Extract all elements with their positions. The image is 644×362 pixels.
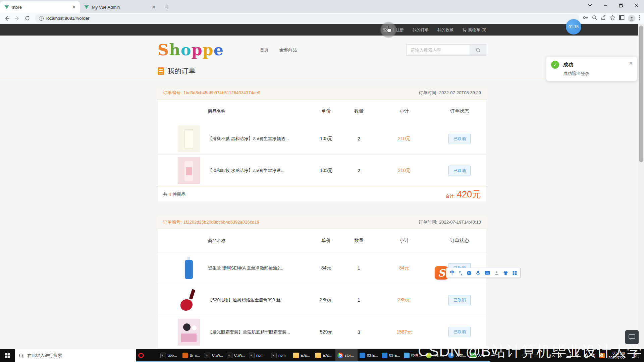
browser-menu-icon[interactable] [639,15,640,22]
back-icon[interactable] [3,14,11,23]
product-name[interactable]: 【温和卸妆 水感洁净】Za/资生堂净透... [208,168,310,174]
reload-icon[interactable] [23,14,32,23]
start-button[interactable] [0,349,15,362]
page-title: 我的订单 [167,66,196,76]
order-header: 订单编号:1f2202d25b20d8bc6b4d6392a026cd19 订单… [158,216,486,229]
status-badge[interactable]: 已取消 [448,166,471,176]
taskbar-app[interactable]: 哔哩... [402,349,424,362]
menu-all-products-link[interactable]: 全部商品 [279,47,297,53]
ime-toolbar[interactable]: S 中 °, [435,266,521,280]
taskbar-apps: >_goo... tb_o... >_C:\W... >_C:\W... >_n… [136,349,490,362]
scrollbar-thumb[interactable] [639,25,643,162]
close-window-button[interactable] [629,0,644,11]
taskbar-app[interactable]: 03-E... [468,349,490,362]
password-key-icon[interactable] [583,15,588,22]
ime-chinese-mode-icon[interactable]: 中 [450,270,454,276]
taskbar-app[interactable]: 03-E... [380,349,402,362]
site-info-icon[interactable]: i [39,16,44,21]
sogou-tray-icon[interactable]: S [599,353,605,358]
col-product-name: 商品名称 [208,238,310,244]
recording-timer-badge[interactable]: 01:15 [566,19,581,35]
taskbar-app-opera[interactable] [136,349,158,362]
shoppe-logo[interactable]: Shoppe [158,41,224,59]
product-image[interactable] [178,125,200,152]
profile-avatar[interactable] [628,15,635,22]
toast-close-icon[interactable]: ✕ [629,61,633,66]
search-input[interactable] [406,44,470,56]
taskbar-app[interactable]: >_npm [247,349,269,362]
taskbar-app[interactable]: E:\p... [291,349,313,362]
terminal-icon: >_ [205,353,210,358]
product-name[interactable]: 【清爽不腻 温和洁净】Za/资生堂净颜透... [208,136,310,142]
topnav-favorites-link[interactable]: 我的收藏 [437,27,453,33]
new-tab-button[interactable] [162,2,172,12]
ime-account-icon[interactable] [494,271,499,275]
page-scrollbar[interactable] [638,24,644,349]
taskbar-app[interactable]: >_C:\W... [203,349,225,362]
ime-toolbox-icon[interactable] [513,271,517,275]
clock-date: 2022/7/22 [608,356,625,360]
tab-store[interactable]: store ✕ [0,1,80,13]
topnav-my-orders-link[interactable]: 我的订单 [413,27,429,33]
address-bar[interactable]: i localhost:8081/#/order [35,14,579,23]
tab-close-icon[interactable]: ✕ [151,4,156,10]
product-image[interactable] [178,287,200,313]
status-badge[interactable]: 已取消 [448,327,471,337]
side-panel-icon[interactable] [619,15,625,22]
ime-skin-icon[interactable] [503,271,508,275]
tab-my-vue-admin[interactable]: My Vue Admin ✕ [80,1,160,13]
action-center-button[interactable]: 2 [630,353,641,358]
taskbar-app[interactable]: 空山... [424,349,446,362]
bookmark-star-icon[interactable] [610,15,615,22]
taskbar-app[interactable]: 03-E... [358,349,380,362]
bilibili-icon [404,353,410,358]
quantity: 2 [342,136,376,141]
touch-keyboard-icon[interactable] [566,354,571,358]
product-name[interactable]: 【520礼物】迪奥烈焰蓝金唇膏999-丝... [208,297,310,303]
unit-price: 105元 [310,168,342,174]
taskbar-app[interactable]: >_goo... [158,349,180,362]
product-name[interactable]: 资生堂 珊珂SENKA 蚕丝净澈卸妆油2... [208,265,310,271]
floating-chat-widget[interactable] [625,330,639,344]
register-link[interactable]: 注册 [396,27,404,33]
ime-punctuation-icon[interactable]: °, [459,270,462,276]
taskbar-clock[interactable]: 0:57:40 2022/7/22 [608,351,626,360]
taskbar-app[interactable]: tb_o... [180,349,203,362]
taskbar-app[interactable]: 大数... [446,349,468,362]
tray-expand-icon[interactable] [552,355,555,357]
menu-home-link[interactable]: 首页 [260,47,269,53]
taskbar-app[interactable]: >_npm [269,349,291,362]
forward-icon[interactable] [13,14,21,23]
tab-close-icon[interactable]: ✕ [71,4,76,10]
cart-link[interactable]: 购物车 (0) [462,27,486,33]
minimize-button[interactable] [598,0,613,11]
product-image[interactable] [178,319,200,346]
status-badge[interactable]: 已取消 [448,295,471,305]
zoom-icon[interactable] [592,15,597,22]
taskbar-app-chrome-store[interactable]: stor... [335,349,358,362]
search-button[interactable] [470,44,486,56]
product-name[interactable]: 【发光眼霜套装】兰蔻肌底精华眼霜套装... [208,329,310,335]
taskbar-search[interactable]: 在此键入进行搜索 [15,349,136,362]
url-text[interactable]: localhost:8081/#/order [46,16,90,21]
ime-voice-icon[interactable] [476,270,480,276]
ime-lang-indicator[interactable]: 中 [592,353,596,359]
toast-title: 成功 [563,61,589,69]
tab-search-chevron-icon[interactable] [582,0,598,11]
toolbar-actions [583,15,641,22]
taskbar-app[interactable]: E:\p... [313,349,335,362]
maximize-button[interactable] [613,0,629,11]
mic-icon[interactable] [559,353,562,358]
product-image[interactable] [178,157,200,184]
wifi-icon[interactable] [575,354,580,358]
volume-icon[interactable] [583,354,588,358]
ime-keyboard-icon[interactable] [485,271,490,275]
status-badge[interactable]: 已取消 [448,134,471,144]
cart-icon [462,28,467,32]
taskbar-app[interactable]: >_C:\W... [225,349,247,362]
ime-emoji-icon[interactable] [467,270,472,276]
share-icon[interactable] [601,15,606,22]
product-image[interactable] [178,255,200,282]
terminal-icon: >_ [227,353,232,358]
col-subtotal: 小计 [376,108,433,114]
